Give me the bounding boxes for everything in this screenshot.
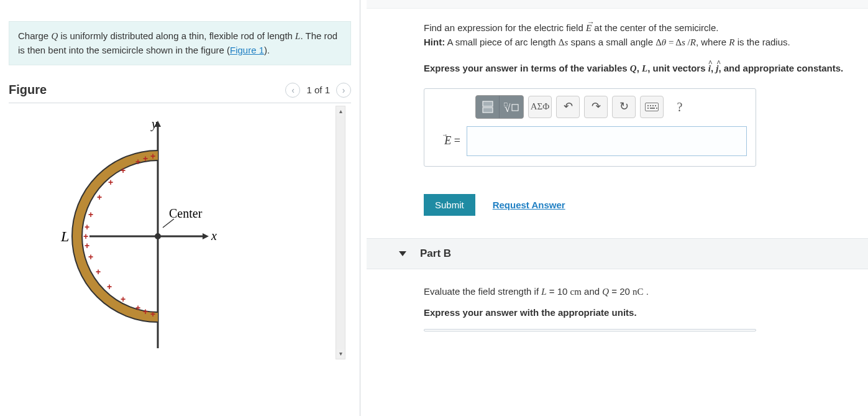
svg-text:+: + (85, 222, 89, 232)
partb-instruction: Express your answer with the appropriate… (424, 307, 637, 318)
keyboard-icon (645, 103, 659, 111)
svg-text:+: + (85, 241, 89, 251)
var-ds: Δs (559, 37, 569, 47)
answer-input[interactable] (467, 126, 747, 156)
figure-prev-button[interactable]: ‹ (285, 83, 300, 98)
request-answer-link[interactable]: Request Answer (493, 200, 565, 210)
text: Evaluate the field strength if (424, 286, 541, 297)
question-body: Find an expression for the electric fiel… (367, 9, 868, 179)
answer-label: →E = (436, 132, 460, 149)
var-E-vector: →E (586, 23, 592, 33)
svg-point-21 (155, 233, 161, 239)
help-button[interactable]: ? (668, 96, 692, 118)
var-R: R (690, 37, 696, 47)
center-label: Center (169, 206, 203, 220)
figure-header: Figure ‹ 1 of 1 › (9, 83, 351, 98)
svg-marker-3 (203, 233, 209, 239)
svg-text:+: + (96, 267, 101, 277)
svg-rect-27 (512, 104, 518, 111)
equation-toolbar: □√ ΑΣΦ ↶ ↷ ↻ ? (475, 95, 747, 119)
submit-button[interactable]: Submit (424, 194, 475, 216)
redo-button[interactable]: ↷ (584, 96, 608, 118)
svg-text:√: √ (505, 103, 511, 114)
text: A small piece of arc length (445, 37, 559, 47)
svg-text:+: + (135, 303, 140, 313)
text: at the center of the semicircle. (592, 22, 718, 33)
svg-line-22 (163, 219, 174, 228)
Lunit: cm (570, 287, 582, 297)
scroll-down-button[interactable]: ▾ (336, 349, 345, 359)
svg-text:+: + (150, 309, 155, 319)
eq: = (547, 286, 557, 297)
text: is the radius. (734, 37, 790, 47)
figure-scrollbar[interactable]: ▴ ▾ (336, 106, 345, 359)
text: Find an expression for the electric fiel… (424, 22, 586, 33)
template-buttons: □√ (475, 95, 524, 119)
var-L: L (541, 287, 546, 297)
text: ). (264, 45, 270, 55)
instruction: Express your answer in terms of the vari… (424, 63, 843, 73)
template-fraction-button[interactable] (476, 96, 500, 118)
figure-title: Figure (9, 83, 47, 97)
figure-link[interactable]: Figure 1 (230, 45, 264, 55)
part-b-title: Part B (420, 247, 451, 260)
figure-content: y x + + + + (9, 106, 332, 359)
period: . (644, 286, 649, 297)
var-ds2: Δs (675, 37, 685, 47)
var-Q: Q (51, 31, 58, 41)
text: , where (696, 37, 729, 47)
over: / (685, 37, 690, 47)
submit-row: Submit Request Answer (424, 194, 868, 216)
var-dtheta: Δθ (656, 37, 666, 47)
part-b-body: Evaluate the field strength if L = 10 cm… (367, 269, 868, 339)
axis-y-label: y (150, 118, 157, 131)
svg-text:+: + (121, 165, 126, 175)
svg-text:+: + (135, 157, 140, 167)
svg-text:+: + (88, 252, 93, 262)
svg-text:+: + (150, 151, 155, 161)
divider (9, 103, 351, 103)
greek-symbols-button[interactable]: ΑΣΦ (528, 96, 552, 118)
svg-text:+: + (108, 177, 113, 187)
answer-box: □√ ΑΣΦ ↶ ↷ ↻ ? →E = (424, 88, 756, 167)
text: spans a small angle (568, 37, 656, 47)
partb-answer-box-top (424, 329, 756, 331)
figure-next-button[interactable]: › (336, 83, 351, 98)
left-pane: Charge Q is uniformly distributed along … (0, 0, 360, 416)
reset-button[interactable]: ↻ (612, 96, 636, 118)
and: and (582, 286, 602, 297)
keyboard-button[interactable] (640, 96, 664, 118)
svg-rect-23 (483, 101, 493, 106)
figure-page-indicator: 1 of 1 (306, 85, 330, 95)
hint-label: Hint: (424, 37, 445, 47)
svg-text:+: + (107, 282, 112, 292)
svg-text:+: + (83, 231, 88, 241)
svg-text:+: + (97, 192, 102, 202)
figure-viewport: y x + + + + (9, 106, 344, 359)
Qval: 20 (619, 286, 633, 297)
template-root-button[interactable]: □√ (500, 96, 523, 118)
eq: = (666, 37, 675, 47)
svg-text:+: + (143, 307, 148, 317)
text: is uniformly distributed along a thin, f… (58, 30, 295, 41)
svg-rect-24 (483, 108, 493, 113)
right-pane: Find an expression for the electric fiel… (367, 0, 868, 416)
problem-statement: Charge Q is uniformly distributed along … (9, 21, 351, 65)
scroll-up-button[interactable]: ▴ (336, 106, 345, 116)
top-strip (367, 0, 868, 9)
figure-image: y x + + + + (46, 118, 257, 354)
svg-text:+: + (143, 154, 148, 164)
collapse-icon[interactable] (399, 251, 406, 256)
part-b-header[interactable]: Part B (367, 238, 868, 269)
var-Q: Q (602, 287, 609, 297)
undo-button[interactable]: ↶ (556, 96, 580, 118)
svg-text:+: + (121, 294, 126, 304)
figure-pager: ‹ 1 of 1 › (285, 83, 351, 98)
scroll-track[interactable] (336, 116, 345, 349)
svg-text:+: + (88, 210, 93, 220)
rod-length-label: L (60, 228, 69, 244)
eq2: = (609, 286, 619, 297)
axis-x-label: x (211, 229, 217, 243)
text: Charge (18, 30, 51, 41)
Qunit: nC (633, 287, 644, 297)
